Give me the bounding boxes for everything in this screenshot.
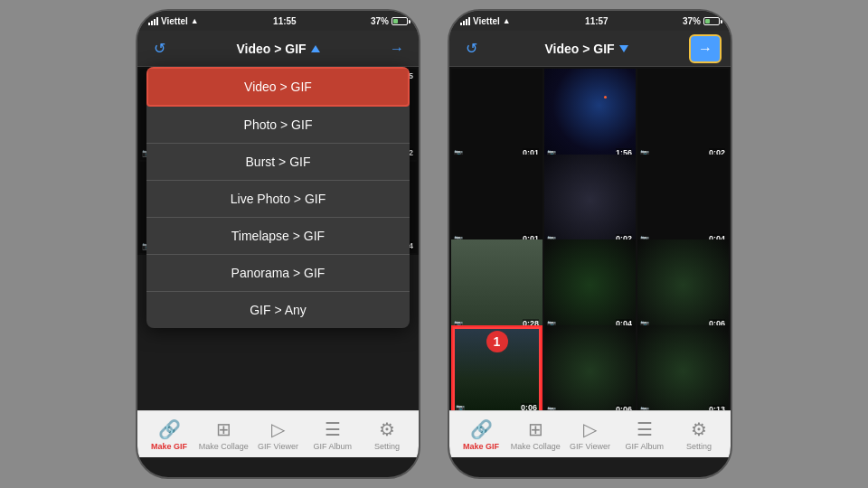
tab-gif-viewer-right[interactable]: ▷ GIF Viewer [562,418,617,451]
nav-title-right: Video > GIF [544,42,627,56]
dropdown-item-video-gif[interactable]: Video > GIF [146,67,410,107]
tab-bar-left: 🔗 Make GIF ⊞ Make Collage ▷ GIF Viewer ☰… [137,410,419,457]
thumb-right-10-selected[interactable]: 1 📷 0:06 [451,325,542,411]
thumb-right-3[interactable]: 📷 0:02 [637,69,729,160]
gif-viewer-icon-r: ▷ [583,418,597,440]
dropdown-item-gif-any[interactable]: GIF > Any [146,292,410,328]
tab-label-gif-viewer-r: GIF Viewer [570,442,610,451]
nav-title-left: Video > GIF [236,42,319,56]
time-right: 11:57 [585,16,609,26]
selection-badge: 1 [486,331,508,352]
tab-make-collage-right[interactable]: ⊞ Make Collage [508,418,562,451]
tab-gif-album-right[interactable]: ☰ GIF Album [618,418,672,451]
tab-make-collage-left[interactable]: ⊞ Make Collage [196,418,250,451]
thumb-right-5[interactable]: 📷 0:02 [544,155,636,246]
tab-label-setting-r: Setting [686,442,712,451]
status-bar-left: Viettel ▲ 11:55 37% [137,11,419,31]
tab-gif-album-left[interactable]: ☰ GIF Album [306,418,360,451]
dropdown-item-timelapse-gif[interactable]: Timelapse > GIF [146,218,410,255]
battery-icon-left [392,17,408,25]
tab-bar-right: 🔗 Make GIF ⊞ Make Collage ▷ GIF Viewer ☰… [449,410,731,457]
status-right-left: 37% [371,16,408,26]
nav-bar-left: ↺ Video > GIF → [137,31,419,67]
thumb-right-4[interactable]: 📷 0:01 [451,155,542,246]
refresh-btn-right[interactable]: ↺ [458,36,484,61]
forward-btn-right[interactable]: → [689,34,722,63]
setting-icon: ⚙ [379,418,395,440]
tab-label-make-gif: Make GIF [151,442,187,451]
make-gif-icon: 🔗 [158,418,181,440]
thumb-right-8[interactable]: 📷 0:04 [544,239,636,331]
refresh-btn-left[interactable]: ↺ [146,36,172,61]
thumb-right-7[interactable]: 📷 0:28 [451,239,542,331]
gif-album-icon-r: ☰ [637,418,653,440]
battery-pct-left: 37% [371,16,389,26]
spark-effect-r [604,96,607,99]
thumb-right-1[interactable]: 📷 0:01 [451,69,542,160]
video-grid-right: 📷 0:01 📷 1:56 📷 [449,67,731,410]
make-gif-icon-r: 🔗 [470,418,493,440]
dropdown-item-livephoto-gif[interactable]: Live Photo > GIF [146,181,410,218]
left-phone: Viettel ▲ 11:55 37% ↺ Video > GIF [136,9,420,479]
signal-icon-right [460,17,470,25]
status-bar-right: Viettel ▲ 11:57 37% [449,11,731,31]
wifi-icon-left: ▲ [191,16,199,25]
thumb-right-2[interactable]: 📷 1:56 [544,69,636,160]
forward-btn-left[interactable]: → [384,36,410,61]
thumb-right-6[interactable]: 📷 0:04 [637,155,729,246]
tab-label-make-collage-r: Make Collage [511,442,561,451]
gif-viewer-icon: ▷ [271,418,285,440]
video-cam-icon: 📷 [640,406,649,411]
time-left: 11:55 [273,16,297,26]
thumb-right-9[interactable]: 📷 0:06 [637,239,729,331]
tab-setting-left[interactable]: ⚙ Setting [360,418,414,451]
battery-icon-right [703,17,720,25]
tab-make-gif-right[interactable]: 🔗 Make GIF [454,418,508,451]
carrier-left: Viettel [161,16,188,26]
video-cam-icon: 📷 [456,404,465,411]
tab-setting-right[interactable]: ⚙ Setting [672,418,726,451]
thumb-right-12[interactable]: 📷 0:13 [637,325,729,411]
thumb-right-11[interactable]: 📷 0:06 [544,325,636,411]
gif-album-icon: ☰ [325,418,341,440]
status-right-right: 37% [683,16,720,26]
dropdown-item-burst-gif[interactable]: Burst > GIF [146,144,410,181]
setting-icon-r: ⚙ [691,418,707,440]
battery-pct-right: 37% [683,16,701,26]
wifi-icon-right: ▲ [503,16,511,25]
nav-bar-right: ↺ Video > GIF → [449,31,731,67]
tab-gif-viewer-left[interactable]: ▷ GIF Viewer [250,418,305,451]
dropdown-arrow-up [311,45,320,52]
tab-label-gif-album: GIF Album [313,442,352,451]
video-cam-icon: 📷 [547,406,556,411]
dropdown-item-photo-gif[interactable]: Photo > GIF [146,107,410,144]
tab-label-gif-viewer: GIF Viewer [258,442,298,451]
dropdown-menu: Video > GIF Photo > GIF Burst > GIF Live… [146,67,410,328]
carrier-right: Viettel [473,16,500,26]
tab-label-make-gif-r: Make GIF [463,442,499,451]
tab-label-setting: Setting [374,442,400,451]
tab-label-gif-album-r: GIF Album [625,442,664,451]
right-phone: Viettel ▲ 11:57 37% ↺ Video > GIF [448,9,732,479]
phones-container: Viettel ▲ 11:55 37% ↺ Video > GIF [0,0,868,488]
dropdown-arrow-down [619,45,628,52]
signal-icon [148,17,158,25]
make-collage-icon-r: ⊞ [528,418,543,440]
make-collage-icon: ⊞ [216,418,231,440]
tab-label-make-collage: Make Collage [199,442,249,451]
dropdown-item-panorama-gif[interactable]: Panorama > GIF [146,255,410,292]
tab-make-gif-left[interactable]: 🔗 Make GIF [142,418,196,451]
